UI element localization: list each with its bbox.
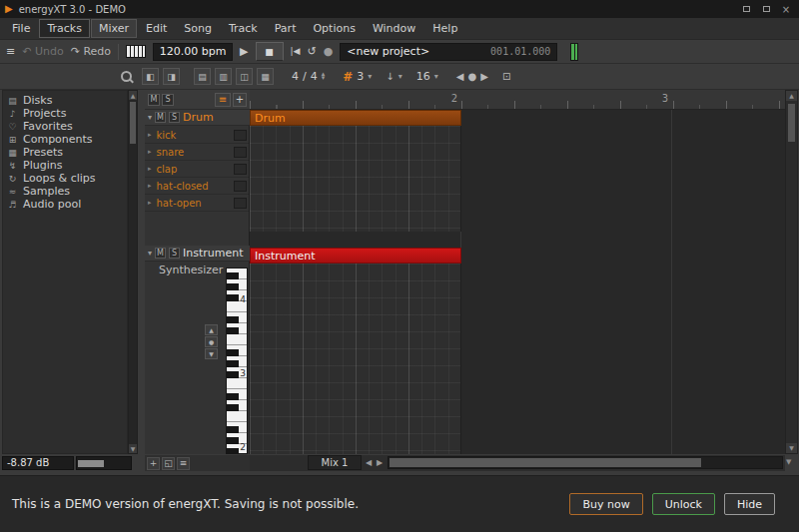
drum-track-header[interactable]: ▾ M S Drum (145, 110, 250, 126)
instrument-clip-grid[interactable] (250, 264, 461, 454)
view-split-right-button[interactable]: ◨ (163, 68, 180, 85)
lane-indicator[interactable] (234, 130, 247, 141)
menu-help[interactable]: Help (424, 19, 465, 38)
nav-center-button[interactable]: ● (467, 71, 476, 82)
level-meter[interactable] (76, 456, 132, 470)
browser-item-plugins[interactable]: ↯Plugins (3, 159, 127, 172)
note-length-icon[interactable]: ↓ (386, 71, 394, 82)
browser-item-presets[interactable]: ▦Presets (3, 146, 127, 159)
loop-button[interactable]: ↺ (307, 46, 316, 57)
menu-part[interactable]: Part (267, 19, 305, 38)
main-menu-icon[interactable]: ≡ (6, 46, 15, 57)
tab-prev-icon[interactable]: ◀ (366, 458, 372, 467)
menu-file[interactable]: File (4, 19, 38, 38)
scroll-up-icon[interactable]: ▲ (786, 91, 797, 101)
snap-value-dropdown-icon[interactable]: ▾ (434, 72, 438, 81)
browser-item-favorites[interactable]: ♡Favorites (3, 120, 127, 133)
scroll-down-icon[interactable]: ▼ (205, 348, 218, 359)
expand-icon[interactable]: ▸ (148, 199, 152, 207)
restore-button[interactable] (758, 3, 774, 16)
project-display[interactable]: <new project> 001.01.000 (340, 43, 557, 61)
nav-prev-button[interactable]: ◀ (456, 71, 464, 82)
hide-button[interactable]: Hide (724, 493, 775, 515)
collapse-icon[interactable]: ▾ (148, 113, 152, 122)
zoom-tool-icon[interactable] (120, 70, 134, 84)
drum-lane-hat-closed[interactable]: ▸ hat-closed (145, 178, 250, 195)
menu-track[interactable]: Track (221, 19, 266, 38)
timeline-ruler[interactable]: 2 3 (250, 90, 785, 110)
list-view-button[interactable]: ≡ (177, 457, 190, 470)
menu-window[interactable]: Window (365, 19, 423, 38)
browser-item-projects[interactable]: ♪Projects (3, 107, 127, 120)
track-menu-button[interactable]: ≡ (215, 93, 231, 107)
view-rows-button[interactable]: ▤ (194, 68, 211, 85)
browser-item-disks[interactable]: ▤Disks (3, 94, 127, 107)
view-panes-button[interactable]: ◫ (236, 68, 253, 85)
virtual-keyboard-icon[interactable] (126, 45, 146, 58)
close-button[interactable]: × (778, 3, 794, 16)
nav-next-button[interactable]: ▶ (480, 71, 488, 82)
instrument-track-header[interactable]: ▾ M S Instrument (145, 246, 250, 262)
scroll-up-icon[interactable]: ▲ (205, 324, 218, 335)
skip-start-button[interactable]: |◀ (291, 47, 301, 56)
bpm-display[interactable]: 120.00 bpm (153, 43, 233, 61)
master-mute-button[interactable]: M (148, 94, 160, 106)
keyboard-scroll-control[interactable]: ▲ ● ▼ (205, 324, 218, 359)
instrument-device-label[interactable]: Synthesizer (159, 264, 223, 276)
instrument-mute-button[interactable]: M (155, 248, 166, 259)
undo-button[interactable]: ↶ Undo (22, 45, 63, 58)
timesig-numerator[interactable]: 4 (292, 70, 299, 83)
menu-tracks[interactable]: Tracks (39, 19, 90, 38)
tab-next-icon[interactable]: ▶ (377, 458, 383, 467)
note-length-dropdown-icon[interactable]: ▾ (399, 72, 402, 81)
menu-options[interactable]: Options (305, 19, 363, 38)
drum-clip-grid[interactable] (250, 126, 461, 232)
snap-grid-toggle[interactable]: # (343, 70, 353, 84)
view-split-left-button[interactable]: ◧ (142, 68, 159, 85)
browser-item-audio-pool[interactable]: ♬Audio pool (3, 198, 127, 211)
expand-icon[interactable]: ▸ (148, 182, 152, 190)
play-button[interactable]: ▶ (240, 46, 248, 57)
record-button[interactable]: ● (324, 46, 334, 57)
unlock-button[interactable]: Unlock (652, 493, 715, 515)
grid-division-value[interactable]: 3 (357, 70, 364, 83)
menu-edit[interactable]: Edit (138, 19, 175, 38)
grid-division-dropdown-icon[interactable]: ▾ (368, 72, 372, 81)
minimize-button[interactable] (738, 3, 754, 16)
view-grid-button[interactable]: ▦ (257, 68, 274, 85)
zoom-fit-button[interactable]: ⊡ (502, 71, 510, 82)
corner-scroll-icon[interactable]: ▼ (786, 458, 791, 466)
drum-mute-button[interactable]: M (155, 112, 166, 123)
db-readout[interactable]: -8.87 dB (2, 456, 74, 470)
timesig-denominator[interactable]: 4 (311, 70, 318, 83)
expand-icon[interactable]: ▸ (148, 165, 152, 173)
redo-button[interactable]: ↷ Redo (71, 45, 111, 58)
browser-item-samples[interactable]: ≈Samples (3, 185, 127, 198)
scroll-down-icon[interactable]: ▼ (129, 444, 137, 453)
instrument-solo-button[interactable]: S (169, 248, 180, 259)
stop-button[interactable]: ■ (256, 42, 284, 61)
lane-indicator[interactable] (234, 198, 247, 209)
scroll-thumb-icon[interactable]: ● (205, 336, 218, 347)
lane-indicator[interactable] (234, 164, 247, 175)
view-columns-button[interactable]: ▥ (215, 68, 232, 85)
lane-indicator[interactable] (234, 181, 247, 192)
arrangement-area[interactable]: 2 3 Drum Instrument (250, 90, 785, 454)
resize-grip-icon[interactable]: ◱ (162, 457, 175, 470)
scroll-thumb[interactable] (130, 102, 136, 144)
browser-item-components[interactable]: ⊞Components (3, 133, 127, 146)
add-track-button[interactable]: + (233, 93, 247, 107)
drum-lane-hat-open[interactable]: ▸ hat-open (145, 195, 250, 212)
drum-solo-button[interactable]: S (169, 112, 180, 123)
buy-now-button[interactable]: Buy now (569, 493, 642, 515)
drum-lane-clap[interactable]: ▸ clap (145, 161, 250, 178)
browser-scrollbar[interactable]: ▲ ▼ (128, 90, 138, 454)
piano-keyboard[interactable]: 4 3 2 (226, 267, 248, 454)
snap-value[interactable]: 16 (416, 70, 430, 83)
mixer-tab[interactable]: Mix 1 (308, 455, 362, 470)
add-button[interactable]: + (147, 457, 160, 470)
timesig-stepper[interactable]: ▴▾ (322, 73, 326, 81)
expand-icon[interactable]: ▸ (148, 131, 152, 139)
drum-clip[interactable]: Drum (250, 110, 461, 126)
scroll-thumb[interactable] (390, 458, 701, 467)
